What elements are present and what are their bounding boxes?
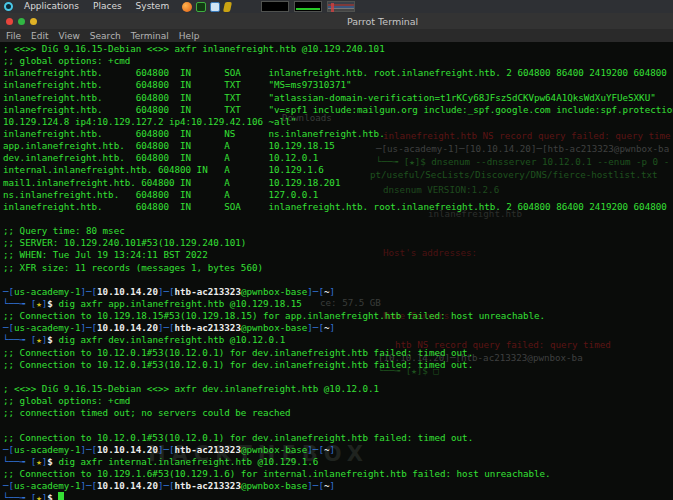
terminal-line: ;; global options: +cmd — [3, 395, 673, 407]
menu-file[interactable]: File — [1, 31, 26, 41]
terminal-line: mail1.inlanefreight.htb. 604800 IN A 10.… — [3, 177, 673, 189]
terminal-cursor — [58, 492, 64, 500]
window-title: Parrot Terminal — [347, 16, 418, 27]
terminal-line: ;; Connection to 10.12.0.1#53(10.12.0.1)… — [3, 359, 673, 371]
window-thumbnail-1[interactable] — [261, 1, 289, 12]
system-menu-system[interactable]: System — [129, 0, 177, 13]
terminal-line — [3, 274, 673, 286]
firefox-icon[interactable] — [182, 2, 192, 12]
menu-search[interactable]: Search — [85, 31, 126, 41]
terminal-line: ;; XFR size: 11 records (messages 1, byt… — [3, 262, 673, 274]
terminal-line: ; <<>> DiG 9.16.15-Debian <<>> axfr inla… — [3, 43, 673, 55]
terminal-line: dev.inlanefreight.htb. 604800 IN A 10.12… — [3, 152, 673, 164]
menu-edit[interactable]: Edit — [26, 31, 53, 41]
terminal-line: ;; Connection to 10.12.0.1#53(10.12.0.1)… — [3, 432, 673, 444]
terminal-line: app.inlanefreight.htb. 604800 IN A 10.12… — [3, 140, 673, 152]
terminal-launcher-icon[interactable] — [196, 2, 206, 12]
terminal-line: ns.inlanefreight.htb. 604800 IN A 127.0.… — [3, 189, 673, 201]
terminal-line: 10.129.124.8 ip4:10.129.127.2 ip4:10.129… — [3, 116, 673, 128]
terminal-line: └──╼ [★]$ dig axfr internal.inlanefreigh… — [3, 456, 673, 468]
menu-view[interactable]: View — [54, 31, 85, 41]
close-button[interactable] — [6, 18, 13, 25]
system-menu-bar: ApplicationsPlacesSystem — [0, 0, 673, 13]
window-titlebar: Parrot Terminal — [0, 13, 673, 29]
menu-terminal[interactable]: Terminal — [126, 31, 174, 41]
terminal-menubar: FileEditViewSearchTerminalHelp — [0, 29, 673, 42]
terminal-line: ;; Connection to 10.129.18.15#53(10.129.… — [3, 310, 673, 322]
terminal-line: ;; SERVER: 10.129.240.101#53(10.129.240.… — [3, 237, 673, 249]
desktop-screen: ApplicationsPlacesSystem Parrot Terminal… — [0, 0, 673, 500]
terminal-line: inlanefreight.htb. 604800 IN NS ns.inlan… — [3, 128, 673, 140]
terminal-line: └──╼ [★]$ — [3, 492, 673, 500]
system-menu-applications[interactable]: Applications — [17, 0, 86, 13]
terminal-line: └──╼ [★]$ dig axfr dev.inlanefreight.htb… — [3, 334, 673, 346]
terminal-line — [3, 419, 673, 431]
terminal-line: ;; Connection to 10.129.1.6#53(10.129.1.… — [3, 468, 673, 480]
maximize-button[interactable] — [30, 18, 37, 25]
terminal-line: ;; Query time: 80 msec — [3, 225, 673, 237]
terminal-line: inlanefreight.htb. 604800 IN TXT "MS=ms9… — [3, 79, 673, 91]
system-menu-places[interactable]: Places — [86, 0, 129, 13]
terminal-line — [3, 213, 673, 225]
terminal-line: ;; global options: +cmd — [3, 55, 673, 67]
terminal-line: ─[us-academy-1]─[10.10.14.20]─[htb-ac213… — [3, 444, 673, 456]
window-thumbnail-2[interactable] — [294, 1, 322, 12]
window-thumbnail-3[interactable] — [327, 1, 355, 12]
terminal-line: inlanefreight.htb. 604800 IN SOA inlanef… — [3, 67, 673, 79]
terminal-line: internal.inlanefreight.htb. 604800 IN A … — [3, 164, 673, 176]
terminal-line: ─[us-academy-1]─[10.10.14.20]─[htb-ac213… — [3, 322, 673, 334]
terminal-line: inlanefreight.htb. 604800 IN TXT "atlass… — [3, 92, 673, 104]
terminal-line: ─[us-academy-1]─[10.10.14.20]─[htb-ac213… — [3, 286, 673, 298]
terminal-line: inlanefreight.htb. 604800 IN SOA inlanef… — [3, 201, 673, 213]
terminal-line: └──╼ [★]$ dig axfr app.inlanefreight.htb… — [3, 298, 673, 310]
terminal-line: ; <<>> DiG 9.16.15-Debian <<>> axfr dev.… — [3, 383, 673, 395]
terminal-line: ;; Connection to 10.12.0.1#53(10.12.0.1)… — [3, 347, 673, 359]
terminal-line: ─[us-academy-1]─[10.10.14.20]─[htb-ac213… — [3, 480, 673, 492]
menu-help[interactable]: Help — [174, 31, 205, 41]
window-manager-icon[interactable] — [210, 2, 220, 12]
terminal-line: inlanefreight.htb. 604800 IN TXT "v=spf1… — [3, 104, 673, 116]
terminal-lines: ; <<>> DiG 9.16.15-Debian <<>> axfr inla… — [3, 43, 673, 500]
parrot-os-icon[interactable] — [4, 2, 13, 11]
lightning-icon[interactable] — [223, 2, 232, 12]
terminal-line: ;; WHEN: Tue Jul 19 13:24:11 BST 2022 — [3, 249, 673, 261]
terminal-line: ;; connection timed out; no servers coul… — [3, 407, 673, 419]
minimize-button[interactable] — [18, 18, 25, 25]
terminal-line — [3, 371, 673, 383]
terminal-output[interactable]: HACKTHEBOX Downloadsinlanefreight.htb NS… — [0, 42, 673, 500]
